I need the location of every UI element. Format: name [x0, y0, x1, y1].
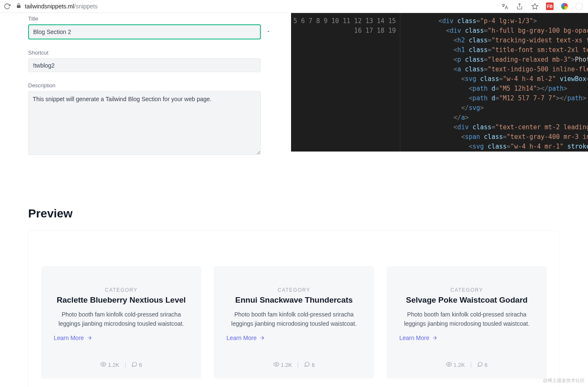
- code-editor[interactable]: 5 6 7 8 9 10 11 12 13 14 15 16 17 18 19 …: [291, 13, 588, 152]
- separator: [471, 362, 471, 368]
- learn-more-link[interactable]: Learn More: [54, 335, 189, 341]
- extension-fb-icon[interactable]: FB: [546, 3, 554, 10]
- description-label: Description: [28, 82, 291, 89]
- preview-canvas: CATEGORYRaclette Blueberry Nextious Leve…: [28, 230, 560, 387]
- comments-stat: 6: [131, 361, 142, 369]
- line-gutter: 5 6 7 8 9 10 11 12 13 14 15 16 17 18 19: [291, 13, 400, 152]
- extension-bear-icon[interactable]: [575, 3, 583, 10]
- browser-actions: FB: [501, 3, 583, 10]
- star-icon[interactable]: [531, 3, 538, 10]
- card-title: Selvage Poke Waistcoat Godard: [399, 295, 534, 305]
- card-footer: 1.2K6: [399, 361, 534, 369]
- comment-icon: [131, 361, 137, 369]
- svg-point-2: [276, 363, 277, 365]
- card-title: Ennui Snackwave Thundercats: [226, 295, 361, 305]
- translate-icon[interactable]: [501, 3, 508, 10]
- learn-more-link[interactable]: Learn More: [399, 335, 534, 341]
- description-textarea[interactable]: This snippet will generate a Tailwind Bl…: [28, 91, 261, 155]
- preview-heading: Preview: [28, 207, 560, 220]
- shortcut-label: Shortcut: [28, 50, 291, 56]
- card-body: Photo booth fam kinfolk cold-pressed sri…: [226, 310, 361, 329]
- views-stat: 1.2K: [100, 361, 119, 369]
- card-category: CATEGORY: [226, 287, 361, 293]
- separator: [298, 362, 298, 368]
- url-text: tailwindsnippets.ml/snippets: [25, 3, 98, 10]
- title-label: Title: [28, 16, 291, 22]
- card-title: Raclette Blueberry Nextious Level: [54, 295, 189, 305]
- card-body: Photo booth fam kinfolk cold-pressed sri…: [399, 310, 534, 329]
- eye-icon: [100, 361, 106, 369]
- separator: [125, 362, 126, 368]
- svg-point-1: [102, 363, 104, 365]
- lock-icon: [16, 3, 21, 10]
- card-category: CATEGORY: [54, 287, 189, 293]
- preview-card: CATEGORYRaclette Blueberry Nextious Leve…: [41, 266, 201, 379]
- reload-icon[interactable]: [3, 3, 11, 10]
- preview-card: CATEGORYEnnui Snackwave ThundercatsPhoto…: [214, 266, 374, 379]
- card-category: CATEGORY: [399, 287, 534, 293]
- comments-stat: 6: [304, 361, 315, 369]
- share-icon[interactable]: [516, 3, 523, 10]
- chevron-down-icon: [266, 28, 271, 36]
- svg-point-3: [448, 363, 450, 365]
- card-footer: 1.2K6: [54, 361, 189, 369]
- views-stat: 1.2K: [446, 361, 465, 369]
- svg-marker-0: [532, 3, 538, 9]
- comment-icon: [304, 361, 310, 369]
- watermark: @稀土掘金技术社区: [543, 377, 585, 384]
- extension-color-icon[interactable]: [561, 3, 568, 10]
- comment-icon: [477, 361, 483, 369]
- card-footer: 1.2K6: [226, 361, 361, 369]
- address-bar[interactable]: tailwindsnippets.ml/snippets: [16, 3, 496, 10]
- title-select[interactable]: Blog Section 2: [28, 24, 261, 39]
- views-stat: 1.2K: [273, 361, 292, 369]
- eye-icon: [446, 361, 452, 369]
- eye-icon: [273, 361, 279, 369]
- browser-toolbar: tailwindsnippets.ml/snippets FB: [0, 0, 588, 13]
- learn-more-link[interactable]: Learn More: [226, 335, 361, 341]
- comments-stat: 6: [477, 361, 488, 369]
- shortcut-input[interactable]: [28, 58, 261, 72]
- code-content: <div class="p-4 lg:w-1/3"> <div class="h…: [400, 13, 588, 152]
- card-body: Photo booth fam kinfolk cold-pressed sri…: [54, 310, 189, 329]
- preview-card: CATEGORYSelvage Poke Waistcoat GodardPho…: [387, 266, 547, 379]
